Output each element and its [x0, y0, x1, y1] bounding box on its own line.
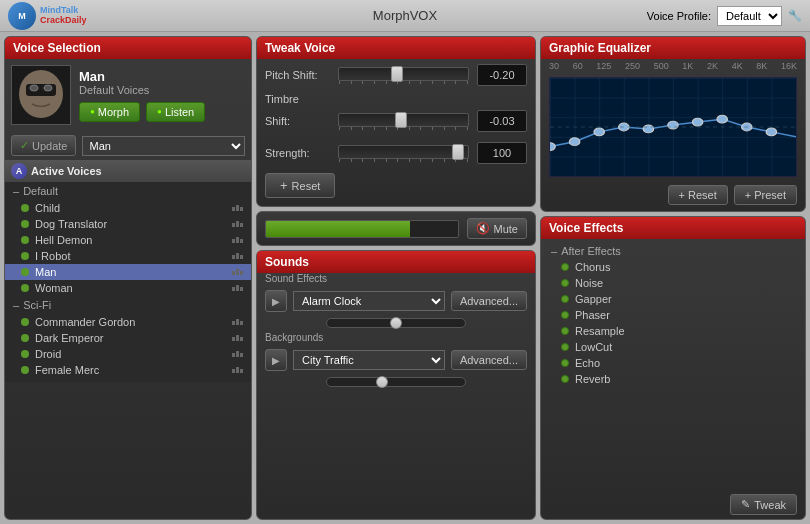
voice-item-commander-gordon[interactable]: Commander Gordon	[5, 314, 251, 330]
strength-track[interactable]	[338, 145, 469, 159]
dot-icon	[21, 334, 29, 342]
voice-item-dark-emperor[interactable]: Dark Emperor	[5, 330, 251, 346]
voice-item-label: Woman	[35, 282, 73, 294]
effect-item-noise[interactable]: Noise	[547, 275, 799, 291]
backgrounds-select[interactable]: City Traffic	[293, 350, 445, 370]
dot-icon	[21, 318, 29, 326]
shift-thumb[interactable]	[395, 112, 407, 128]
mute-button[interactable]: 🔇 Mute	[467, 218, 527, 239]
sound-effects-advanced-button[interactable]: Advanced...	[451, 291, 527, 311]
svg-point-5	[30, 85, 38, 91]
shift-value[interactable]: -0.03	[477, 110, 527, 132]
eq-preset-button[interactable]: Preset	[734, 185, 797, 205]
level-bars	[232, 237, 243, 243]
effect-item-label: LowCut	[575, 341, 612, 353]
pitch-tick-marks	[338, 81, 469, 84]
effects-footer: Tweak	[541, 490, 805, 519]
mute-label: Mute	[494, 223, 518, 235]
dot-icon	[21, 252, 29, 260]
effect-item-reverb[interactable]: Reverb	[547, 371, 799, 387]
voice-effects-panel: Voice Effects After Effects Chorus Noise…	[540, 216, 806, 520]
sound-effects-label: Sound Effects	[257, 273, 535, 286]
reset-row: Reset	[257, 169, 535, 206]
shift-track[interactable]	[338, 113, 469, 127]
effect-item-phaser[interactable]: Phaser	[547, 307, 799, 323]
voice-details: Man Default Voices Morph Listen	[79, 69, 205, 122]
voice-item-label: Female Merc	[35, 364, 99, 376]
play-sound-effects-button[interactable]: ▶	[265, 290, 287, 312]
sound-effects-volume-thumb[interactable]	[390, 317, 402, 329]
effect-item-lowcut[interactable]: LowCut	[547, 339, 799, 355]
backgrounds-volume-thumb[interactable]	[376, 376, 388, 388]
strength-value[interactable]: 100	[477, 142, 527, 164]
tweak-button[interactable]: Tweak	[730, 494, 797, 515]
effect-item-resample[interactable]: Resample	[547, 323, 799, 339]
reset-button[interactable]: Reset	[265, 173, 335, 198]
eq-reset-button[interactable]: Reset	[668, 185, 728, 205]
backgrounds-volume-slider[interactable]	[326, 377, 466, 387]
svg-point-17	[766, 128, 776, 136]
timbre-label: Timbre	[257, 91, 535, 105]
effect-item-label: Reverb	[575, 373, 610, 385]
voice-item-hell-demon[interactable]: Hell Demon	[5, 232, 251, 248]
mute-icon: 🔇	[476, 222, 490, 235]
active-voices-icon: A	[11, 163, 27, 179]
voice-profile-section: Voice Profile: Default 🔧	[647, 6, 802, 26]
backgrounds-volume-row	[257, 375, 535, 391]
backgrounds-row: ▶ City Traffic Advanced...	[257, 345, 535, 375]
listen-button[interactable]: Listen	[146, 102, 205, 122]
voice-item-woman[interactable]: Woman	[5, 280, 251, 296]
pitch-shift-slider-container	[338, 67, 469, 84]
voice-item-droid[interactable]: Droid	[5, 346, 251, 362]
svg-point-8	[550, 143, 555, 151]
voice-selection-panel: Voice Selection Man Default Voices	[4, 36, 252, 520]
level-bars	[232, 319, 243, 325]
voice-item-man[interactable]: Man	[5, 264, 251, 280]
effect-item-label: Gapper	[575, 293, 612, 305]
voice-profile-select[interactable]: Default	[717, 6, 782, 26]
backgrounds-advanced-button[interactable]: Advanced...	[451, 350, 527, 370]
volume-bar	[265, 220, 459, 238]
sound-effects-volume-slider[interactable]	[326, 318, 466, 328]
voice-item-dog-translator[interactable]: Dog Translator	[5, 216, 251, 232]
effects-list[interactable]: After Effects Chorus Noise Gapper Phaser	[541, 239, 805, 490]
voice-dropdown[interactable]: Man	[82, 136, 245, 156]
effect-item-echo[interactable]: Echo	[547, 355, 799, 371]
strength-slider-container	[338, 145, 469, 162]
effect-dot-icon	[561, 327, 569, 335]
effect-item-gapper[interactable]: Gapper	[547, 291, 799, 307]
voice-item-label: Hell Demon	[35, 234, 92, 246]
eq-grid[interactable]	[549, 77, 797, 177]
level-bars	[232, 367, 243, 373]
play-backgrounds-button[interactable]: ▶	[265, 349, 287, 371]
strength-thumb[interactable]	[452, 144, 464, 160]
volume-fill	[266, 221, 410, 237]
voice-item-i-robot[interactable]: I Robot	[5, 248, 251, 264]
effect-item-label: Resample	[575, 325, 625, 337]
sound-effects-select[interactable]: Alarm Clock	[293, 291, 445, 311]
shift-label: Shift:	[265, 115, 330, 127]
voice-profile-label: Voice Profile:	[647, 10, 711, 22]
eq-freq-labels: 30 60 125 250 500 1K 2K 4K 8K 16K	[541, 59, 805, 73]
voice-category: Default Voices	[79, 84, 205, 96]
voice-item-space-squirrel[interactable]: Space Squirrel	[5, 378, 251, 382]
voice-item-female-merc[interactable]: Female Merc	[5, 362, 251, 378]
after-effects-label: After Effects	[547, 243, 799, 259]
effect-item-chorus[interactable]: Chorus	[547, 259, 799, 275]
brand-bottom: CrackDaily	[40, 16, 87, 26]
voice-selection-header: Voice Selection	[5, 37, 251, 59]
voice-group-scifi: Sci-Fi	[5, 296, 251, 314]
voice-item-child[interactable]: Child	[5, 200, 251, 216]
tweak-voice-panel: Tweak Voice Pitch Shift: -0.20 Timbre Sh	[256, 36, 536, 207]
voice-list[interactable]: Default Child Dog Translator Hell Demon …	[5, 182, 251, 382]
profile-icon: 🔧	[788, 9, 802, 22]
main-content: Voice Selection Man Default Voices	[0, 32, 810, 524]
pitch-shift-track[interactable]	[338, 67, 469, 81]
update-button[interactable]: Update	[11, 135, 76, 156]
shift-slider-container	[338, 113, 469, 130]
effect-item-label: Phaser	[575, 309, 610, 321]
pitch-shift-value[interactable]: -0.20	[477, 64, 527, 86]
pitch-shift-thumb[interactable]	[391, 66, 403, 82]
dot-icon	[21, 220, 29, 228]
morph-button[interactable]: Morph	[79, 102, 140, 122]
